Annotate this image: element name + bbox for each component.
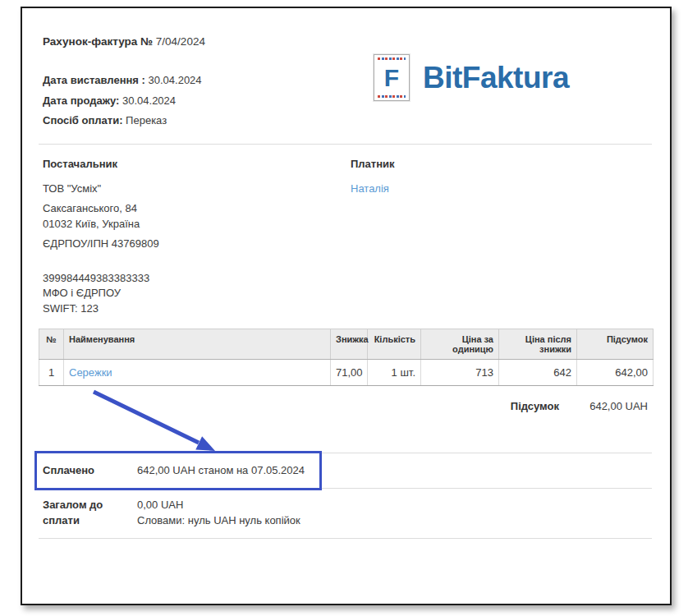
- issue-date-label: Дата виставлення :: [43, 74, 145, 86]
- item-unit-price: 713: [421, 360, 499, 386]
- col-header-quantity: Кількість: [368, 329, 421, 360]
- subtotal-label: Підсумок: [511, 400, 559, 412]
- invoice-title: Рахунок-фактура № 7/04/2024: [43, 34, 652, 49]
- col-header-discount: Знижка: [331, 329, 368, 360]
- col-header-unit-price: Ціна за одиницю: [421, 329, 499, 360]
- item-discount: 71,00: [331, 360, 368, 386]
- payer-block: Платник Наталія: [351, 157, 395, 251]
- table-row: 1 Сережки 71,00 1 шт. 713 642 642,00: [39, 360, 654, 386]
- items-table-header-row: № Найменування Знижка Кількість Ціна за …: [39, 329, 654, 360]
- bank-account-number: 399984449383383333: [43, 271, 652, 287]
- issue-date-value: 30.04.2024: [149, 74, 202, 86]
- sale-date-label: Дата продажу:: [43, 94, 119, 107]
- total-due-label: Загалом до сплати: [43, 498, 137, 528]
- payment-method-line: Спосіб оплати: Переказ: [43, 111, 652, 131]
- item-price-after-discount: 642: [499, 360, 577, 386]
- payment-method-value: Переказ: [126, 114, 167, 126]
- item-quantity: 1 шт.: [368, 360, 421, 386]
- paid-row: Сплачено 642,00 UAH станом на 07.05.2024: [39, 453, 652, 489]
- invoice-page: Рахунок-фактура № 7/04/2024 Дата виставл…: [21, 7, 672, 605]
- bank-details: 399984449383383333 МФО і ЄДРПОУ SWIFT: 1…: [43, 271, 652, 317]
- brand-name: BitFaktura: [423, 61, 569, 95]
- bank-swift-line: SWIFT: 123: [43, 301, 652, 317]
- logo-dotted-strip-top: [378, 57, 406, 60]
- parties-section: Постачальник ТОВ "Усміх" Саксаганського,…: [43, 157, 652, 251]
- invoice-number: 7/04/2024: [156, 35, 205, 48]
- col-header-name: Найменування: [64, 329, 331, 360]
- logo-dotted-strip-bottom: [378, 95, 406, 98]
- items-table: № Найменування Знижка Кількість Ціна за …: [39, 329, 654, 386]
- supplier-address-city: 01032 Київ, Україна: [43, 216, 351, 232]
- payment-method-label: Спосіб оплати:: [43, 114, 122, 126]
- col-header-price-after-discount: Ціна після знижки: [499, 329, 577, 360]
- total-due-values: 0,00 UAH Словами: нуль UAH нуль копійок: [137, 498, 300, 528]
- supplier-name: ТОВ "Усміх": [43, 181, 351, 196]
- payer-name-link[interactable]: Наталія: [351, 182, 389, 195]
- item-number: 1: [39, 360, 64, 386]
- total-due-amount: 0,00 UAH: [137, 498, 300, 513]
- supplier-heading: Постачальник: [43, 157, 351, 172]
- item-total: 642,00: [577, 360, 654, 386]
- subtotal-value: 642,00 UAH: [559, 400, 648, 412]
- paid-label: Сплачено: [43, 463, 137, 478]
- payer-heading: Платник: [351, 157, 395, 172]
- subtotal-row: Підсумок 642,00 UAH: [39, 400, 652, 412]
- paid-value: 642,00 UAH станом на 07.05.2024: [137, 463, 305, 478]
- bitfaktura-logo: F BitFaktura: [374, 54, 569, 101]
- total-due-words: Словами: нуль UAH нуль копійок: [137, 513, 300, 529]
- total-due-row: Загалом до сплати 0,00 UAH Словами: нуль…: [39, 489, 652, 539]
- sale-date-value: 30.04.2024: [122, 94, 176, 107]
- supplier-address-street: Саксаганського, 84: [43, 200, 351, 216]
- supplier-block: Постачальник ТОВ "Усміх" Саксаганського,…: [43, 157, 351, 251]
- item-name-link[interactable]: Сережки: [69, 366, 112, 379]
- bitfaktura-logo-icon: F: [374, 54, 410, 101]
- invoice-title-label: Рахунок-фактура №: [43, 35, 153, 48]
- col-header-total: Підсумок: [577, 329, 654, 360]
- col-header-number: №: [39, 329, 64, 360]
- invoice-preview-canvas: Рахунок-фактура № 7/04/2024 Дата виставл…: [0, 0, 688, 616]
- supplier-tax-id: ЄДРПОУ/ІПН 43769809: [43, 236, 351, 251]
- bank-mfo-line: МФО і ЄДРПОУ: [43, 286, 652, 301]
- logo-letter: F: [384, 66, 399, 90]
- header-divider: [39, 144, 652, 145]
